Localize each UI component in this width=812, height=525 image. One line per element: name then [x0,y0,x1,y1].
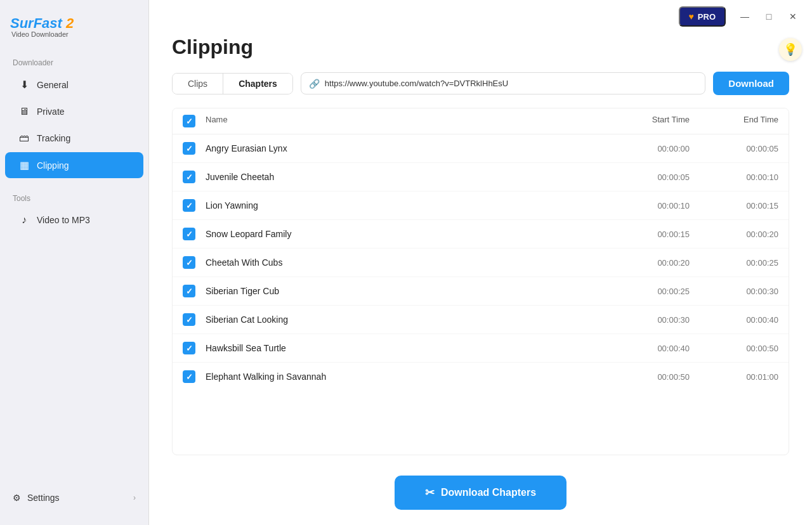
music-icon: ♪ [18,214,30,226]
sidebar-item-tracking[interactable]: 🗃 Tracking [5,126,143,151]
tab-clips[interactable]: Clips [173,74,223,94]
pro-label: PRO [698,12,716,22]
row-end-7: 00:00:50 [690,344,778,353]
row-checkbox-1[interactable] [183,171,195,183]
settings-gear-icon: ⚙ [13,493,21,503]
row-checkbox-3[interactable] [183,228,195,240]
row-start-2: 00:00:10 [601,201,690,211]
row-name-6: Siberian Cat Looking [206,314,601,325]
row-start-0: 00:00:00 [601,144,690,153]
row-end-5: 00:00:30 [690,287,778,296]
table-row: Hawksbill Sea Turtle 00:00:40 00:00:50 [173,334,789,363]
logo-subtitle: Video Downloader [10,30,138,38]
sidebar-item-video-to-mp3[interactable]: ♪ Video to MP3 [5,207,143,233]
row-start-8: 00:00:50 [601,372,690,382]
row-end-3: 00:00:20 [690,230,778,239]
chapters-table: Name Start Time End Time Angry Eurasian … [172,108,789,455]
table-row: Snow Leopard Family 00:00:15 00:00:20 [173,220,789,249]
row-end-6: 00:00:40 [690,315,778,325]
table-row: Siberian Tiger Cub 00:00:25 00:00:30 [173,277,789,306]
row-checkbox-6[interactable] [183,313,195,326]
sidebar-item-tracking-label: Tracking [37,133,70,143]
minimize-button[interactable]: — [736,8,754,25]
clipping-icon: ▦ [18,159,30,171]
tab-chapters[interactable]: Chapters [223,74,292,94]
row-start-7: 00:00:40 [601,344,690,353]
sidebar: SurFast 2 Video Downloader Downloader ⬇ … [0,0,149,525]
sidebar-item-video-to-mp3-label: Video to MP3 [37,215,90,225]
row-name-2: Lion Yawning [206,200,601,211]
tools-section-label: Tools [0,189,148,207]
settings-item[interactable]: ⚙ Settings › [0,486,148,510]
logo-surfast: SurFast [10,15,62,31]
row-checkbox-8[interactable] [183,370,195,383]
link-icon: 🔗 [309,79,320,89]
row-name-4: Cheetah With Cubs [206,257,601,268]
settings-label: Settings [27,493,60,503]
sidebar-item-general-label: General [37,80,69,90]
row-checkbox-2[interactable] [183,199,195,212]
table-row: Lion Yawning 00:00:10 00:00:15 [173,191,789,220]
row-name-0: Angry Eurasian Lynx [206,143,601,153]
sidebar-item-private-label: Private [37,107,65,117]
row-checkbox-5[interactable] [183,285,195,297]
sidebar-item-clipping-label: Clipping [37,160,69,171]
url-input[interactable] [325,73,698,94]
window-controls: — □ ✕ [736,8,802,25]
select-all-checkbox[interactable] [183,115,195,127]
maximize-button[interactable]: □ [760,8,778,25]
row-checkbox-0[interactable] [183,142,195,155]
table-row: Angry Eurasian Lynx 00:00:00 00:00:05 [173,134,789,163]
row-end-2: 00:00:15 [690,201,778,211]
scissors-icon: ✂ [425,486,435,500]
logo-num: 2 [62,15,74,31]
url-input-wrap: 🔗 [301,72,706,94]
row-name-1: Juvenile Cheetah [206,172,601,182]
col-header-name: Name [206,115,601,127]
row-end-0: 00:00:05 [690,144,778,153]
main-content: ♥ PRO — □ ✕ 💡 Clipping Clips Chapters 🔗 … [149,0,812,525]
row-checkbox-4[interactable] [183,256,195,269]
download-button[interactable]: Download [713,72,789,95]
row-end-4: 00:00:25 [690,258,778,268]
page-title: Clipping [172,36,789,59]
row-start-5: 00:00:25 [601,287,690,296]
row-start-6: 00:00:30 [601,315,690,325]
row-end-8: 00:01:00 [690,372,778,382]
download-chapters-button[interactable]: ✂ Download Chapters [395,476,566,510]
row-name-7: Hawksbill Sea Turtle [206,343,601,353]
downloader-section-label: Downloader [0,53,148,71]
sidebar-item-general[interactable]: ⬇ General [5,72,143,98]
content-area: Clipping Clips Chapters 🔗 Download Name … [149,33,812,525]
close-button[interactable]: ✕ [784,8,802,25]
table-row: Elephant Walking in Savannah 00:00:50 00… [173,363,789,391]
col-header-start-time: Start Time [601,115,690,127]
topbar: ♥ PRO — □ ✕ [149,0,812,33]
row-checkbox-7[interactable] [183,342,195,354]
toolbar: Clips Chapters 🔗 Download [172,72,789,95]
row-name-3: Snow Leopard Family [206,229,601,239]
row-end-1: 00:00:10 [690,172,778,182]
pro-button[interactable]: ♥ PRO [679,6,726,27]
chevron-right-icon: › [133,493,136,502]
private-icon: 🖥 [18,106,30,117]
bottom-bar: ✂ Download Chapters [172,465,789,525]
table-row: Siberian Cat Looking 00:00:30 00:00:40 [173,306,789,334]
sidebar-item-clipping[interactable]: ▦ Clipping [5,152,143,178]
pro-heart-icon: ♥ [689,11,694,22]
download-icon: ⬇ [18,79,30,91]
row-name-8: Elephant Walking in Savannah [206,372,601,382]
theme-toggle-button[interactable]: 💡 [779,38,802,61]
col-header-end-time: End Time [690,115,778,127]
row-start-1: 00:00:05 [601,172,690,182]
row-start-3: 00:00:15 [601,230,690,239]
sidebar-item-private[interactable]: 🖥 Private [5,99,143,124]
table-row: Juvenile Cheetah 00:00:05 00:00:10 [173,163,789,191]
logo: SurFast 2 Video Downloader [0,10,148,53]
table-body: Angry Eurasian Lynx 00:00:00 00:00:05 Ju… [173,134,789,391]
download-chapters-label: Download Chapters [441,487,536,498]
table-row: Cheetah With Cubs 00:00:20 00:00:25 [173,249,789,277]
row-start-4: 00:00:20 [601,258,690,268]
tab-group: Clips Chapters [172,73,293,94]
tracking-icon: 🗃 [18,133,30,144]
